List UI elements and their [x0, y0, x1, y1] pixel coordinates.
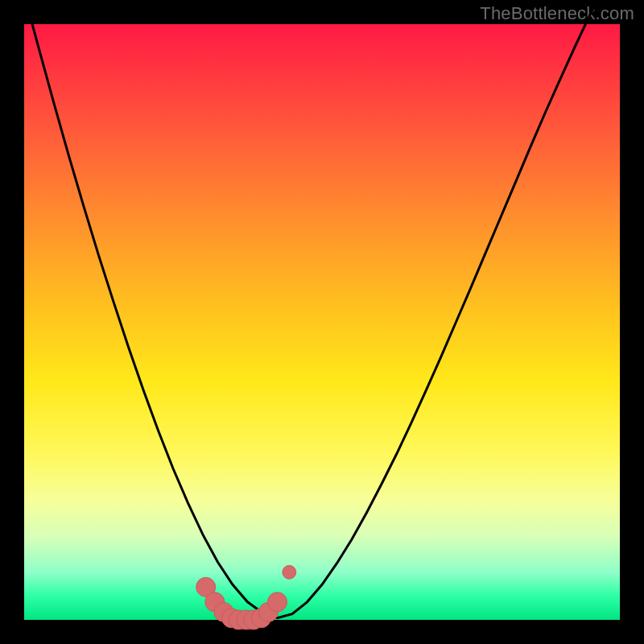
data-marker — [268, 592, 287, 612]
chart-overlay — [24, 24, 620, 620]
watermark-text: TheBottleneck.com — [480, 3, 634, 24]
data-markers — [196, 565, 296, 630]
data-marker — [283, 565, 296, 579]
bottleneck-curve-line — [0, 0, 644, 618]
